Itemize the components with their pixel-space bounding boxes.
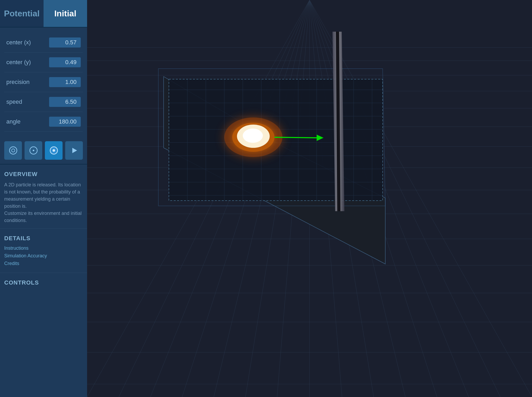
play-icon <box>70 146 79 155</box>
scene-canvas <box>87 0 532 397</box>
value-speed[interactable]: 6.50 <box>49 97 81 107</box>
label-center-x: center (x) <box>6 39 49 46</box>
svg-line-69 <box>274 137 317 138</box>
instructions-link[interactable]: Instructions <box>4 245 83 251</box>
circle-button[interactable] <box>25 141 42 160</box>
overview-text: A 2D particle is released. Its location … <box>4 181 83 224</box>
controls-title: CONTROLS <box>4 279 83 286</box>
tab-bar: Potential Initial <box>0 0 87 27</box>
controls-section: CONTROLS <box>0 273 87 294</box>
overview-title: OVERVIEW <box>4 171 83 178</box>
svg-point-3 <box>33 150 34 151</box>
plus-icon <box>9 146 18 155</box>
svg-point-1 <box>12 149 15 152</box>
add-button[interactable] <box>4 141 22 160</box>
value-center-y[interactable]: 0.49 <box>49 57 81 67</box>
details-section: DETAILS Instructions Simulation Accuracy… <box>0 229 87 273</box>
label-precision: precision <box>6 79 49 86</box>
pencil-button[interactable] <box>45 141 63 160</box>
svg-point-0 <box>10 147 17 154</box>
3d-viewport[interactable] <box>87 0 532 397</box>
field-center-y: center (y) 0.49 <box>4 53 83 72</box>
field-precision: precision 1.00 <box>4 72 83 92</box>
circle-icon <box>29 146 38 155</box>
field-angle: angle 180.00 <box>4 112 83 132</box>
svg-marker-6 <box>72 148 77 153</box>
toolbar <box>0 137 87 164</box>
field-speed: speed 6.50 <box>4 92 83 112</box>
sidebar: Potential Initial center (x) 0.57 center… <box>0 0 87 397</box>
play-button[interactable] <box>65 141 83 160</box>
label-angle: angle <box>6 118 49 125</box>
overview-section: OVERVIEW A 2D particle is released. Its … <box>0 164 87 229</box>
value-precision[interactable]: 1.00 <box>49 77 81 87</box>
svg-point-5 <box>53 149 55 152</box>
svg-point-68 <box>243 129 263 143</box>
simulation-accuracy-link[interactable]: Simulation Accuracy <box>4 253 83 259</box>
tab-initial[interactable]: Initial <box>44 0 87 27</box>
label-speed: speed <box>6 98 49 105</box>
value-angle[interactable]: 180.00 <box>49 117 81 127</box>
credits-link[interactable]: Credits <box>4 261 83 266</box>
tab-potential[interactable]: Potential <box>0 0 44 27</box>
fields-panel: center (x) 0.57 center (y) 0.49 precisio… <box>0 27 87 137</box>
details-title: DETAILS <box>4 235 83 242</box>
pencil-icon <box>49 146 58 155</box>
value-center-x[interactable]: 0.57 <box>49 37 81 48</box>
field-center-x: center (x) 0.57 <box>4 33 83 53</box>
label-center-y: center (y) <box>6 59 49 66</box>
